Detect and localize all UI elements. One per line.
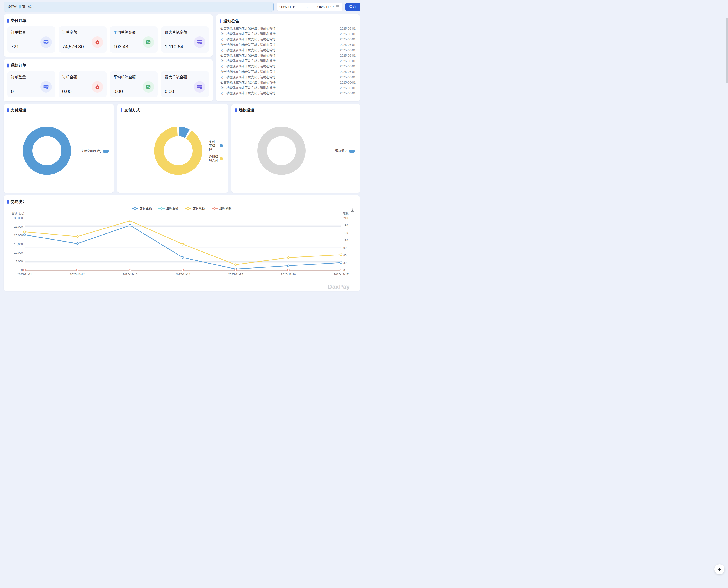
stat-order-count: 订单数量 721 — [7, 26, 55, 52]
notice-row[interactable]: 公告功能现在尚未开发完成，请耐心等待！2025-06-01 — [220, 37, 356, 42]
card-badge-icon — [194, 37, 205, 48]
section-bar — [236, 108, 237, 112]
section-bar — [7, 63, 8, 68]
notice-row[interactable]: 公告功能现在尚未开发完成，请耐心等待！2025-06-01 — [220, 85, 356, 91]
notice-text: 公告功能现在尚未开发完成，请耐心等待！ — [220, 54, 279, 58]
notice-title: 通知公告 — [220, 18, 356, 24]
stat-order-amount: 订单金额 74,576.30 ¥ — [59, 26, 107, 52]
trend-legend-item[interactable]: 支付笔数 — [185, 207, 205, 210]
section-bar — [220, 19, 221, 23]
stat-refund-max: 最大单笔金额 0.00 — [161, 71, 209, 98]
trend-card: 交易统计 支付金额 退款金额 支付笔数 退款笔数 金额（元）笔数30,00025… — [3, 195, 360, 291]
notice-row[interactable]: 公告功能现在尚未开发完成，请耐心等待！2025-06-01 — [220, 64, 356, 69]
notice-date: 2025-06-01 — [340, 38, 356, 41]
notice-row[interactable]: 公告功能现在尚未开发完成，请耐心等待！2025-06-01 — [220, 91, 356, 96]
section-bar — [7, 108, 8, 112]
stats-column: 支付订单 订单数量 721 订单金额 74,576.30 ¥ — [3, 15, 213, 101]
donut-charts-row: 支付通道 支付宝(服务商) 支付方式 支付宝扫码通用扫码支付 — [3, 104, 360, 193]
svg-text:2025-11-16: 2025-11-16 — [281, 273, 296, 276]
refund-channel-donut — [251, 120, 312, 182]
stat-refund-amount: 订单金额 0.00 ¥ — [59, 71, 107, 98]
svg-text:笔数: 笔数 — [343, 212, 349, 215]
notice-text: 公告功能现在尚未开发完成，请耐心等待！ — [220, 64, 279, 68]
end-date-field[interactable]: 2025-11-17 — [317, 5, 334, 9]
trend-legend-item[interactable]: 退款金额 — [158, 207, 178, 210]
section-bar — [121, 108, 122, 112]
start-date-field[interactable]: 2025-11-11 — [280, 5, 296, 9]
notice-date: 2025-06-01 — [340, 27, 356, 30]
card-icon — [40, 81, 52, 92]
notice-text: 公告功能现在尚未开发完成，请耐心等待！ — [220, 70, 279, 74]
query-button[interactable]: 查询 — [346, 3, 360, 11]
calendar-icon — [336, 5, 339, 9]
notice-date: 2025-06-01 — [340, 54, 356, 57]
notice-text: 公告功能现在尚未开发完成，请耐心等待！ — [220, 81, 279, 84]
moneybag-icon: ¥ — [92, 81, 103, 92]
trend-legend: 支付金额 退款金额 支付笔数 退款笔数 — [7, 206, 356, 211]
notice-row[interactable]: 公告功能现在尚未开发完成，请耐心等待！2025-06-01 — [220, 26, 356, 31]
svg-text:2025-11-11: 2025-11-11 — [17, 273, 32, 276]
svg-text:%: % — [147, 86, 150, 89]
svg-text:2025-11-15: 2025-11-15 — [228, 273, 243, 276]
svg-text:2025-11-12: 2025-11-12 — [70, 273, 85, 276]
refund-channel-title: 退款通道 — [236, 107, 356, 113]
download-icon[interactable] — [351, 208, 355, 213]
notice-date: 2025-06-01 — [340, 43, 356, 46]
svg-text:金额（元）: 金额（元） — [12, 212, 26, 215]
legend-item[interactable]: 支付宝(服务商) — [81, 149, 109, 153]
notice-row[interactable]: 公告功能现在尚未开发完成，请耐心等待！2025-06-01 — [220, 75, 356, 80]
payment-orders-card: 支付订单 订单数量 721 订单金额 74,576.30 ¥ — [3, 15, 213, 57]
trend-legend-item[interactable]: 退款笔数 — [212, 207, 231, 210]
svg-text:120: 120 — [343, 239, 348, 242]
stats-and-notice-row: 支付订单 订单数量 721 订单金额 74,576.30 ¥ — [3, 15, 360, 101]
date-range-picker[interactable]: 2025-11-11 → 2025-11-17 — [277, 3, 343, 11]
legend-item[interactable]: 支付宝扫码 — [209, 140, 223, 152]
trend-legend-label: 支付笔数 — [193, 207, 205, 210]
notice-row[interactable]: 公告功能现在尚未开发完成，请耐心等待！2025-06-01 — [220, 69, 356, 75]
top-bar: 欢迎使用 商户端 2025-11-11 → 2025-11-17 查询 — [3, 2, 360, 12]
legend-item[interactable]: 退款通道 — [335, 149, 355, 153]
notice-date: 2025-06-01 — [340, 86, 356, 90]
refund-orders-title: 退款订单 — [7, 63, 209, 68]
trend-legend-item[interactable]: 支付金额 — [132, 207, 152, 210]
notice-text: 公告功能现在尚未开发完成，请耐心等待！ — [220, 37, 279, 41]
legend-swatch — [349, 150, 355, 153]
notice-row[interactable]: 公告功能现在尚未开发完成，请耐心等待！2025-06-01 — [220, 47, 356, 53]
card-icon — [40, 37, 52, 48]
dashboard-page: 欢迎使用 商户端 2025-11-11 → 2025-11-17 查询 支付 — [0, 0, 364, 294]
trend-legend-label: 退款金额 — [166, 207, 178, 210]
svg-text:2025-11-13: 2025-11-13 — [123, 273, 137, 276]
notice-row[interactable]: 公告功能现在尚未开发完成，请耐心等待！2025-06-01 — [220, 31, 356, 37]
svg-text:5,000: 5,000 — [16, 260, 23, 263]
notice-text: 公告功能现在尚未开发完成，请耐心等待！ — [220, 75, 279, 79]
svg-text:0: 0 — [343, 269, 345, 272]
notice-row[interactable]: 公告功能现在尚未开发完成，请耐心等待！2025-06-01 — [220, 42, 356, 48]
svg-text:210: 210 — [343, 216, 348, 219]
svg-text:30: 30 — [343, 261, 346, 265]
stat-average-amount: 平均单笔金额 103.43 % — [110, 26, 158, 52]
welcome-banner: 欢迎使用 商户端 — [3, 2, 273, 12]
svg-text:¥: ¥ — [97, 86, 98, 89]
notice-date: 2025-06-01 — [340, 81, 356, 84]
svg-text:¥: ¥ — [97, 41, 98, 44]
notice-text: 公告功能现在尚未开发完成，请耐心等待！ — [220, 91, 279, 95]
notice-list: 公告功能现在尚未开发完成，请耐心等待！2025-06-01公告功能现在尚未开发完… — [220, 26, 356, 96]
notice-row[interactable]: 公告功能现在尚未开发完成，请耐心等待！2025-06-01 — [220, 58, 356, 64]
legend-label: 退款通道 — [335, 149, 348, 153]
notice-date: 2025-06-01 — [340, 91, 356, 95]
line-marker-icon — [185, 207, 191, 210]
legend-item[interactable]: 通用扫码支付 — [209, 155, 223, 163]
legend-label: 支付宝(服务商) — [81, 149, 101, 153]
notice-date: 2025-06-01 — [340, 48, 356, 52]
welcome-text: 欢迎使用 商户端 — [8, 5, 31, 9]
notice-date: 2025-06-01 — [340, 59, 356, 63]
svg-text:2025-11-17: 2025-11-17 — [334, 273, 349, 276]
section-bar — [7, 200, 8, 204]
notice-text: 公告功能现在尚未开发完成，请耐心等待！ — [220, 86, 279, 90]
notice-row[interactable]: 公告功能现在尚未开发完成，请耐心等待！2025-06-01 — [220, 80, 356, 85]
pay-method-donut — [148, 120, 209, 182]
notice-row[interactable]: 公告功能现在尚未开发完成，请耐心等待！2025-06-01 — [220, 53, 356, 58]
refund-channel-card: 退款通道 退款通道 — [231, 104, 360, 193]
svg-text:180: 180 — [343, 224, 348, 227]
pay-method-legend: 支付宝扫码通用扫码支付 — [209, 140, 223, 163]
